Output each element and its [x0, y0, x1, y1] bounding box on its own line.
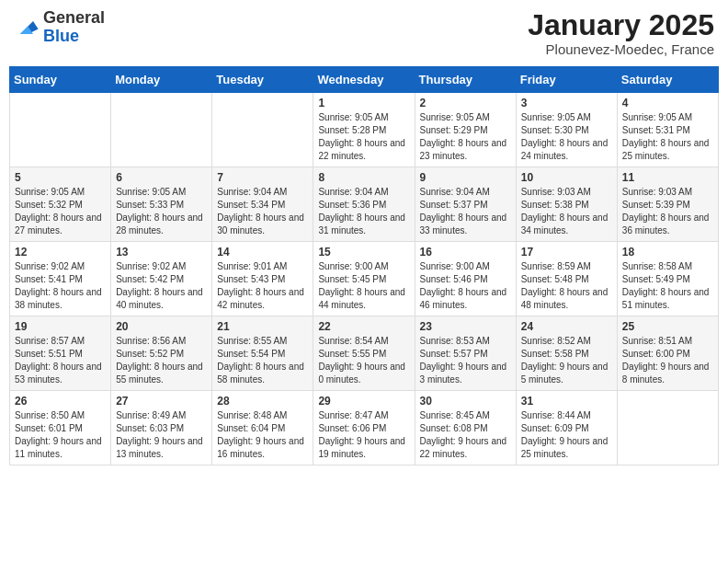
- location: Plounevez-Moedec, France: [528, 41, 714, 57]
- calendar-cell: 5Sunrise: 9:05 AM Sunset: 5:32 PM Daylig…: [10, 167, 111, 242]
- day-number: 31: [521, 395, 612, 408]
- calendar-cell: 6Sunrise: 9:05 AM Sunset: 5:33 PM Daylig…: [111, 167, 212, 242]
- day-number: 19: [15, 320, 106, 333]
- calendar-cell: 20Sunrise: 8:56 AM Sunset: 5:52 PM Dayli…: [111, 316, 212, 391]
- logo: General Blue: [14, 9, 105, 46]
- calendar-cell: [212, 93, 313, 167]
- calendar-cell: 31Sunrise: 8:44 AM Sunset: 6:09 PM Dayli…: [516, 391, 617, 465]
- calendar-cell: 1Sunrise: 9:05 AM Sunset: 5:28 PM Daylig…: [313, 93, 415, 167]
- day-info: Sunrise: 9:03 AM Sunset: 5:39 PM Dayligh…: [622, 186, 713, 237]
- calendar-cell: 10Sunrise: 9:03 AM Sunset: 5:38 PM Dayli…: [516, 167, 617, 242]
- calendar-cell: 28Sunrise: 8:48 AM Sunset: 6:04 PM Dayli…: [212, 391, 313, 465]
- day-info: Sunrise: 8:55 AM Sunset: 5:54 PM Dayligh…: [217, 335, 308, 386]
- day-info: Sunrise: 9:00 AM Sunset: 5:45 PM Dayligh…: [318, 260, 409, 312]
- calendar-cell: 17Sunrise: 8:59 AM Sunset: 5:48 PM Dayli…: [516, 242, 617, 316]
- calendar-cell: 16Sunrise: 9:00 AM Sunset: 5:46 PM Dayli…: [415, 242, 516, 316]
- month-title: January 2025: [528, 9, 714, 41]
- calendar-cell: 11Sunrise: 9:03 AM Sunset: 5:39 PM Dayli…: [617, 167, 718, 242]
- day-info: Sunrise: 8:44 AM Sunset: 6:09 PM Dayligh…: [521, 409, 612, 461]
- calendar-cell: 29Sunrise: 8:47 AM Sunset: 6:06 PM Dayli…: [313, 391, 415, 465]
- day-info: Sunrise: 9:04 AM Sunset: 5:37 PM Dayligh…: [420, 186, 511, 237]
- day-number: 27: [116, 395, 207, 408]
- weekday-header-row: SundayMondayTuesdayWednesdayThursdayFrid…: [10, 67, 719, 93]
- day-number: 9: [420, 171, 511, 184]
- calendar-cell: 23Sunrise: 8:53 AM Sunset: 5:57 PM Dayli…: [415, 316, 516, 391]
- week-row-4: 19Sunrise: 8:57 AM Sunset: 5:51 PM Dayli…: [10, 316, 719, 391]
- week-row-2: 5Sunrise: 9:05 AM Sunset: 5:32 PM Daylig…: [10, 167, 719, 242]
- day-info: Sunrise: 8:45 AM Sunset: 6:08 PM Dayligh…: [420, 409, 511, 461]
- weekday-header-thursday: Thursday: [415, 67, 516, 93]
- calendar-cell: 30Sunrise: 8:45 AM Sunset: 6:08 PM Dayli…: [415, 391, 516, 465]
- day-info: Sunrise: 8:48 AM Sunset: 6:04 PM Dayligh…: [217, 409, 308, 461]
- calendar-cell: 26Sunrise: 8:50 AM Sunset: 6:01 PM Dayli…: [10, 391, 111, 465]
- day-info: Sunrise: 9:05 AM Sunset: 5:33 PM Dayligh…: [116, 186, 207, 237]
- day-info: Sunrise: 9:04 AM Sunset: 5:34 PM Dayligh…: [217, 186, 308, 237]
- day-number: 29: [318, 395, 409, 408]
- day-info: Sunrise: 9:03 AM Sunset: 5:38 PM Dayligh…: [521, 186, 612, 237]
- day-number: 17: [521, 246, 612, 259]
- day-info: Sunrise: 8:52 AM Sunset: 5:58 PM Dayligh…: [521, 335, 612, 386]
- weekday-header-friday: Friday: [516, 67, 617, 93]
- day-info: Sunrise: 9:00 AM Sunset: 5:46 PM Dayligh…: [420, 260, 511, 312]
- calendar-cell: [617, 391, 718, 465]
- day-info: Sunrise: 8:50 AM Sunset: 6:01 PM Dayligh…: [15, 409, 106, 461]
- day-number: 2: [420, 97, 511, 109]
- day-info: Sunrise: 9:01 AM Sunset: 5:43 PM Dayligh…: [217, 260, 308, 312]
- day-info: Sunrise: 9:05 AM Sunset: 5:28 PM Dayligh…: [318, 111, 409, 163]
- calendar-cell: 7Sunrise: 9:04 AM Sunset: 5:34 PM Daylig…: [212, 167, 313, 242]
- calendar-cell: 22Sunrise: 8:54 AM Sunset: 5:55 PM Dayli…: [313, 316, 415, 391]
- day-number: 4: [622, 97, 713, 109]
- day-info: Sunrise: 8:54 AM Sunset: 5:55 PM Dayligh…: [318, 335, 409, 386]
- logo-icon: [14, 15, 40, 40]
- day-number: 18: [622, 246, 713, 259]
- day-number: 28: [217, 395, 308, 408]
- calendar-cell: 8Sunrise: 9:04 AM Sunset: 5:36 PM Daylig…: [313, 167, 415, 242]
- day-number: 21: [217, 320, 308, 333]
- day-info: Sunrise: 8:49 AM Sunset: 6:03 PM Dayligh…: [116, 409, 207, 461]
- day-number: 8: [318, 171, 409, 184]
- day-number: 14: [217, 246, 308, 259]
- weekday-header-sunday: Sunday: [10, 67, 111, 93]
- day-info: Sunrise: 9:02 AM Sunset: 5:42 PM Dayligh…: [116, 260, 207, 312]
- day-number: 7: [217, 171, 308, 184]
- day-info: Sunrise: 8:51 AM Sunset: 6:00 PM Dayligh…: [622, 335, 713, 386]
- day-number: 23: [420, 320, 511, 333]
- weekday-header-tuesday: Tuesday: [212, 67, 313, 93]
- day-info: Sunrise: 9:02 AM Sunset: 5:41 PM Dayligh…: [15, 260, 106, 312]
- calendar-cell: 2Sunrise: 9:05 AM Sunset: 5:29 PM Daylig…: [415, 93, 516, 167]
- weekday-header-monday: Monday: [111, 67, 212, 93]
- weekday-header-wednesday: Wednesday: [313, 67, 415, 93]
- day-number: 5: [15, 171, 106, 184]
- calendar-cell: 12Sunrise: 9:02 AM Sunset: 5:41 PM Dayli…: [10, 242, 111, 316]
- day-info: Sunrise: 8:47 AM Sunset: 6:06 PM Dayligh…: [318, 409, 409, 461]
- day-info: Sunrise: 9:05 AM Sunset: 5:29 PM Dayligh…: [420, 111, 511, 163]
- day-info: Sunrise: 8:58 AM Sunset: 5:49 PM Dayligh…: [622, 260, 713, 312]
- day-number: 25: [622, 320, 713, 333]
- calendar-cell: 24Sunrise: 8:52 AM Sunset: 5:58 PM Dayli…: [516, 316, 617, 391]
- day-number: 12: [15, 246, 106, 259]
- calendar-cell: 3Sunrise: 9:05 AM Sunset: 5:30 PM Daylig…: [516, 93, 617, 167]
- calendar-cell: 15Sunrise: 9:00 AM Sunset: 5:45 PM Dayli…: [313, 242, 415, 316]
- logo-blue: Blue: [43, 28, 105, 46]
- day-number: 24: [521, 320, 612, 333]
- calendar-cell: [111, 93, 212, 167]
- day-info: Sunrise: 9:05 AM Sunset: 5:32 PM Dayligh…: [15, 186, 106, 237]
- title-block: January 2025 Plounevez-Moedec, France: [528, 9, 714, 57]
- calendar-table: SundayMondayTuesdayWednesdayThursdayFrid…: [9, 66, 719, 465]
- day-number: 6: [116, 171, 207, 184]
- day-number: 30: [420, 395, 511, 408]
- calendar-cell: 14Sunrise: 9:01 AM Sunset: 5:43 PM Dayli…: [212, 242, 313, 316]
- calendar-cell: 21Sunrise: 8:55 AM Sunset: 5:54 PM Dayli…: [212, 316, 313, 391]
- day-number: 10: [521, 171, 612, 184]
- day-info: Sunrise: 8:53 AM Sunset: 5:57 PM Dayligh…: [420, 335, 511, 386]
- logo-text: General Blue: [43, 9, 105, 46]
- day-number: 11: [622, 171, 713, 184]
- calendar-cell: 9Sunrise: 9:04 AM Sunset: 5:37 PM Daylig…: [415, 167, 516, 242]
- day-info: Sunrise: 8:56 AM Sunset: 5:52 PM Dayligh…: [116, 335, 207, 386]
- calendar-cell: 19Sunrise: 8:57 AM Sunset: 5:51 PM Dayli…: [10, 316, 111, 391]
- logo-general: General: [43, 9, 105, 28]
- day-info: Sunrise: 8:59 AM Sunset: 5:48 PM Dayligh…: [521, 260, 612, 312]
- day-info: Sunrise: 9:05 AM Sunset: 5:31 PM Dayligh…: [622, 111, 713, 163]
- calendar-cell: 27Sunrise: 8:49 AM Sunset: 6:03 PM Dayli…: [111, 391, 212, 465]
- day-info: Sunrise: 8:57 AM Sunset: 5:51 PM Dayligh…: [15, 335, 106, 386]
